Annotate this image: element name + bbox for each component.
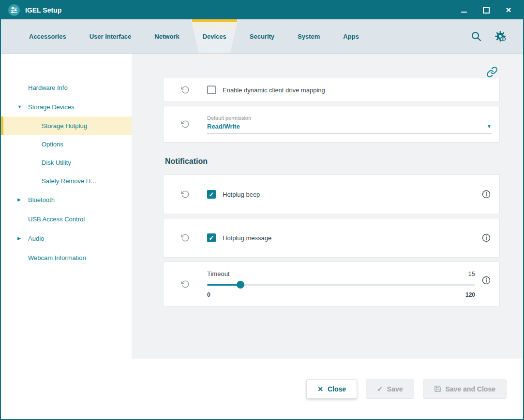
checkbox-label: Hotplug message	[223, 234, 271, 242]
footer-bar: ✕ Close ✓ Save Save and Close	[1, 359, 523, 419]
sidebar-item-label: Options	[42, 141, 63, 148]
tab-label: Accessories	[29, 33, 66, 40]
setting-row-hotplug-message: ✓ Hotplug message	[163, 218, 500, 258]
gear-eye-icon[interactable]	[494, 30, 507, 43]
triangle-collapsed-icon: ▶	[17, 197, 28, 202]
checkbox-hotplug-message[interactable]: ✓	[207, 233, 216, 242]
reset-to-default-icon[interactable]	[164, 190, 207, 199]
close-button[interactable]: ✕ Close	[306, 379, 357, 399]
setting-row-default-permission: Default permission Read/Write ▼	[163, 106, 500, 143]
tab-label: Devices	[203, 33, 226, 40]
sidebar-item-label: Storage Devices	[28, 103, 74, 111]
search-icon[interactable]	[470, 30, 482, 43]
sidebar-item-label: Webcam Information	[28, 254, 86, 261]
maximize-icon	[483, 7, 490, 14]
save-and-close-button-label: Save and Close	[446, 385, 496, 393]
igel-logo-icon	[8, 4, 20, 16]
slider-thumb[interactable]	[237, 281, 244, 289]
sidebar-item-usb-access-control[interactable]: USB Access Control	[1, 209, 132, 229]
save-and-close-button[interactable]: Save and Close	[423, 379, 507, 399]
window-title: IGEL Setup	[25, 6, 61, 14]
chevron-down-icon: ▼	[487, 124, 492, 129]
sidebar-item-disk-utility[interactable]: Disk Utility	[1, 153, 132, 172]
reset-to-default-icon[interactable]	[164, 120, 207, 129]
check-icon: ✓	[377, 386, 383, 392]
sidebar-item-label: Hardware Info	[28, 84, 68, 91]
close-icon: ✕	[506, 6, 512, 14]
tab-label: Apps	[343, 33, 359, 40]
maximize-button[interactable]	[482, 6, 490, 14]
select-value: Read/Write	[207, 123, 487, 130]
sidebar-item-label: Bluetooth	[28, 196, 55, 203]
sidebar-item-safely-remove[interactable]: Safely Remove H…	[1, 172, 132, 190]
slider-value: 15	[468, 270, 475, 277]
checkbox-dynamic-mapping[interactable]	[207, 86, 216, 94]
select-label: Default permission	[207, 115, 492, 121]
sidebar-item-label: Disk Utility	[42, 159, 71, 166]
tab-label: Network	[154, 33, 179, 40]
save-button-label: Save	[387, 385, 403, 393]
info-icon[interactable]	[481, 275, 492, 286]
sidebar-item-hardware-info[interactable]: Hardware Info	[1, 78, 132, 97]
tab-system[interactable]: System	[286, 19, 331, 53]
minimize-icon	[461, 12, 467, 13]
tab-apps[interactable]: Apps	[331, 19, 371, 53]
tab-accessories[interactable]: Accessories	[17, 19, 78, 53]
sidebar-item-label: Audio	[28, 235, 44, 242]
close-button-label: Close	[328, 385, 346, 393]
floppy-icon	[434, 385, 441, 392]
setting-row-hotplug-beep: ✓ Hotplug beep	[163, 174, 500, 214]
minimize-button[interactable]	[460, 6, 468, 14]
sidebar-item-bluetooth[interactable]: ▶Bluetooth	[1, 190, 132, 209]
sidebar-item-webcam-information[interactable]: Webcam Information	[1, 248, 132, 267]
tab-label: User Interface	[90, 33, 132, 40]
sidebar: Hardware Info ▼Storage Devices Storage H…	[1, 54, 132, 359]
main-area: Hardware Info ▼Storage Devices Storage H…	[1, 54, 523, 359]
titlebar: IGEL Setup ✕	[1, 1, 523, 19]
tab-label: System	[298, 33, 320, 40]
tab-devices[interactable]: Devices	[191, 19, 238, 53]
triangle-expanded-icon: ▼	[17, 104, 28, 109]
tabbar-actions	[470, 19, 523, 53]
link-icon[interactable]	[486, 66, 498, 78]
tab-network[interactable]: Network	[143, 19, 191, 53]
tab-label: Security	[250, 33, 274, 40]
tab-bar: Accessories User Interface Network Devic…	[1, 19, 523, 54]
timeout-slider-field: Timeout 15 0 120	[207, 270, 475, 298]
sidebar-item-storage-hotplug[interactable]: Storage Hotplug	[1, 116, 132, 135]
slider-label: Timeout	[207, 270, 229, 277]
window-controls: ✕	[460, 6, 516, 14]
checkbox-hotplug-beep[interactable]: ✓	[207, 190, 216, 199]
checkbox-label: Hotplug beep	[223, 191, 260, 198]
slider-fill	[207, 284, 240, 286]
sidebar-item-storage-devices[interactable]: ▼Storage Devices	[1, 97, 132, 116]
setting-row-timeout: Timeout 15 0 120	[163, 261, 500, 307]
sidebar-item-audio[interactable]: ▶Audio	[1, 229, 132, 248]
tab-security[interactable]: Security	[238, 19, 286, 53]
checkbox-label: Enable dynamic client drive mapping	[223, 87, 325, 94]
setting-row-dynamic-mapping: Enable dynamic client drive mapping	[163, 78, 500, 102]
reset-to-default-icon[interactable]	[164, 86, 207, 94]
triangle-collapsed-icon: ▶	[17, 236, 28, 241]
sidebar-item-label: Storage Hotplug	[42, 122, 87, 130]
close-window-button[interactable]: ✕	[505, 6, 512, 14]
timeout-slider[interactable]	[207, 281, 475, 289]
slider-track[interactable]	[207, 284, 475, 286]
info-icon[interactable]	[481, 189, 492, 200]
sidebar-item-label: Safely Remove H…	[42, 177, 97, 185]
tab-user-interface[interactable]: User Interface	[78, 19, 143, 53]
sidebar-item-label: USB Access Control	[28, 216, 85, 223]
slider-max: 120	[465, 291, 475, 298]
sidebar-item-options[interactable]: Options	[1, 135, 132, 153]
reset-to-default-icon[interactable]	[164, 280, 207, 289]
save-button[interactable]: ✓ Save	[366, 379, 414, 399]
close-x-icon: ✕	[317, 386, 323, 392]
reset-to-default-icon[interactable]	[164, 233, 207, 242]
settings-content: Enable dynamic client drive mapping Defa…	[132, 54, 523, 359]
slider-min: 0	[207, 291, 210, 298]
igel-setup-window: IGEL Setup ✕ Accessories User Interface …	[0, 0, 524, 420]
default-permission-select[interactable]: Default permission Read/Write ▼	[207, 115, 492, 134]
section-title-notification: Notification	[165, 157, 500, 166]
info-icon[interactable]	[481, 232, 492, 243]
